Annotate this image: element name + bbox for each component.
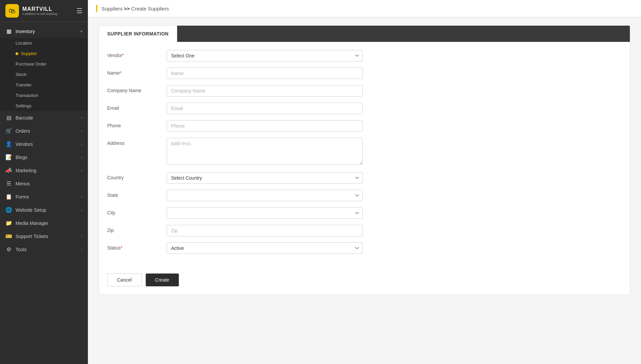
media-icon: 📁 [5, 220, 12, 226]
vendor-select[interactable]: Select One [167, 50, 363, 61]
chevron-right-icon: › [81, 115, 82, 120]
sidebar-item-label: Media Manager [16, 220, 82, 226]
sidebar-item-label: Stock [16, 72, 27, 77]
sidebar: 🛍 MARTVILL A platform to sell anything ☰… [0, 0, 88, 364]
form-card: SUPPLIER INFORMATION Vendor* Select One [99, 25, 630, 295]
chevron-right-icon: › [81, 129, 82, 133]
sidebar-item-label: Purchase Order [16, 61, 47, 67]
sidebar-item-label: Blogs [16, 155, 78, 160]
sidebar-item-orders[interactable]: 🛒 Orders › [0, 124, 88, 137]
address-control [167, 138, 363, 166]
top-bar: Suppliers >> Create Suppliers [88, 0, 641, 17]
country-label: Country [107, 172, 161, 180]
state-label: State [107, 190, 161, 198]
sidebar-item-support-tickets[interactable]: 🎫 Support Tickets › [0, 230, 88, 243]
country-select[interactable]: Select Country [167, 172, 363, 184]
barcode-icon: ▤ [5, 114, 12, 121]
city-label: City [107, 207, 161, 215]
zip-label: Zip [107, 225, 161, 233]
name-row: Name* [107, 68, 622, 79]
zip-row: Zip [107, 225, 622, 236]
logo-area: 🛍 MARTVILL A platform to sell anything [5, 4, 57, 18]
breadcrumb-accent [96, 5, 97, 12]
sidebar-item-transfer[interactable]: Transfer [0, 80, 88, 90]
sidebar-item-label: Inventory [16, 29, 77, 34]
sidebar-item-label: Menus [16, 181, 82, 186]
sidebar-item-label: Tools [16, 247, 78, 252]
cancel-button[interactable]: Cancel [107, 274, 142, 286]
form-card-header: SUPPLIER INFORMATION [99, 26, 630, 42]
city-control [167, 207, 363, 219]
city-select[interactable] [167, 207, 363, 219]
sidebar-item-menus[interactable]: ☰ Menus [0, 177, 88, 190]
name-input[interactable] [167, 68, 363, 79]
sidebar-item-media-manager[interactable]: 📁 Media Manager [0, 216, 88, 230]
content-area: SUPPLIER INFORMATION Vendor* Select One [88, 17, 641, 364]
sidebar-item-marketing[interactable]: 📣 Marketing › [0, 164, 88, 177]
email-input[interactable] [167, 103, 363, 114]
sidebar-item-purchase-order[interactable]: Purchase Order [0, 59, 88, 69]
status-select[interactable]: Active Inactive [167, 242, 363, 254]
breadcrumb: Suppliers >> Create Suppliers [101, 6, 169, 11]
sidebar-item-forms[interactable]: 📋 Forms › [0, 190, 88, 203]
vendor-label: Vendor* [107, 50, 161, 58]
name-control [167, 68, 363, 79]
hamburger-icon[interactable]: ☰ [76, 7, 82, 15]
sidebar-item-settings[interactable]: Settings [0, 101, 88, 111]
active-dot [16, 52, 18, 55]
email-label: Email [107, 103, 161, 111]
phone-control [167, 120, 363, 132]
sidebar-item-label: Transaction [16, 93, 38, 98]
sidebar-item-inventory[interactable]: ▦ Inventory ▾ [0, 25, 88, 38]
form-actions: Cancel Create [99, 268, 630, 294]
sidebar-item-blogs[interactable]: 📝 Blogs › [0, 151, 88, 164]
sidebar-item-label: Support Tickets [16, 234, 78, 239]
tools-icon: ⚙ [5, 246, 12, 253]
sidebar-item-tools[interactable]: ⚙ Tools › [0, 243, 88, 256]
sidebar-item-location[interactable]: Location [0, 38, 88, 48]
phone-input[interactable] [167, 120, 363, 132]
chevron-right-icon: › [81, 234, 82, 239]
chevron-right-icon: › [81, 247, 82, 252]
website-icon: 🌐 [5, 207, 12, 213]
phone-row: Phone [107, 120, 622, 132]
company-name-input[interactable] [167, 85, 363, 97]
sidebar-item-label: Forms [16, 194, 78, 200]
sidebar-item-stock[interactable]: Stock [0, 69, 88, 80]
sidebar-item-vendors[interactable]: 👤 Vendors › [0, 137, 88, 151]
form-card-title-dark [177, 26, 630, 42]
address-row: Address [107, 138, 622, 166]
chevron-right-icon: › [81, 168, 82, 173]
chevron-right-icon: › [81, 208, 82, 212]
inventory-submenu: Location Supplier Purchase Order Stock T… [0, 38, 88, 111]
vendor-row: Vendor* Select One [107, 50, 622, 61]
support-icon: 🎫 [5, 233, 12, 239]
blogs-icon: 📝 [5, 154, 12, 160]
sidebar-item-label: Supplier [21, 51, 37, 56]
address-textarea[interactable] [167, 138, 363, 165]
chevron-down-icon: ▾ [80, 29, 82, 34]
sidebar-nav: ▦ Inventory ▾ Location Supplier Purchase… [0, 22, 88, 364]
sidebar-item-barcode[interactable]: ▤ Barcode › [0, 111, 88, 124]
sidebar-item-website-setup[interactable]: 🌐 Website Setup › [0, 203, 88, 216]
chevron-right-icon: › [81, 155, 82, 160]
zip-input[interactable] [167, 225, 363, 236]
vendor-control: Select One [167, 50, 363, 61]
breadcrumb-parent[interactable]: Suppliers [101, 6, 123, 11]
city-row: City [107, 207, 622, 219]
sidebar-item-supplier[interactable]: Supplier [0, 48, 88, 59]
logo-tagline: A platform to sell anything [22, 12, 57, 16]
sidebar-item-transaction[interactable]: Transaction [0, 90, 88, 101]
email-row: Email [107, 103, 622, 114]
address-label: Address [107, 138, 161, 146]
state-select[interactable] [167, 190, 363, 201]
name-label: Name* [107, 68, 161, 76]
status-label: Status* [107, 242, 161, 251]
zip-control [167, 225, 363, 236]
email-control [167, 103, 363, 114]
logo-icon: 🛍 [5, 4, 19, 18]
logo-text: MARTVILL A platform to sell anything [22, 6, 57, 16]
create-button[interactable]: Create [146, 274, 179, 286]
state-control [167, 190, 363, 201]
country-row: Country Select Country [107, 172, 622, 184]
